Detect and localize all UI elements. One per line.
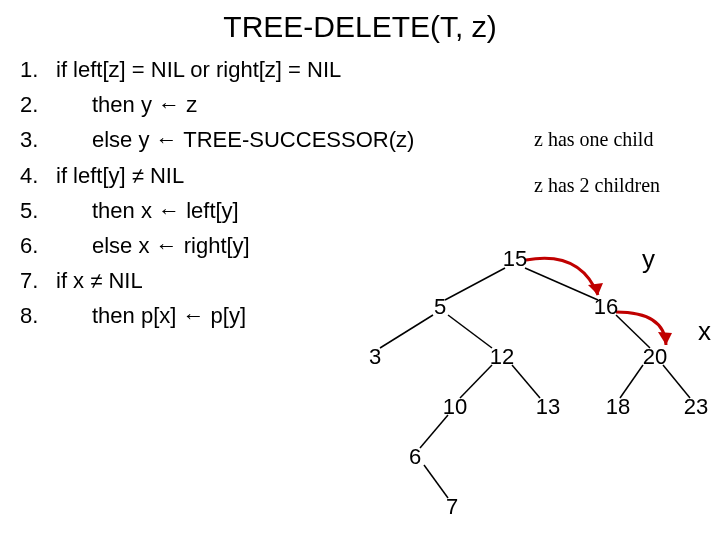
- node-16: 16: [594, 294, 618, 319]
- step-num: 5.: [20, 193, 56, 228]
- tree-diagram: 15 5 16 3 12 20 10 13 18 23 6 7 y x: [320, 240, 720, 540]
- node-7: 7: [446, 494, 458, 519]
- node-13: 13: [536, 394, 560, 419]
- step-1: 1.if left[z] = NIL or right[z] = NIL: [20, 52, 700, 87]
- step-num: 6.: [20, 228, 56, 263]
- step-text: then x ← left[y]: [56, 193, 700, 228]
- page-title: TREE-DELETE(T, z): [20, 10, 700, 44]
- node-12: 12: [490, 344, 514, 369]
- label-y: y: [642, 244, 655, 274]
- node-5: 5: [434, 294, 446, 319]
- step-num: 3.: [20, 122, 56, 157]
- node-18: 18: [606, 394, 630, 419]
- node-23: 23: [684, 394, 708, 419]
- step-5: 5.then x ← left[y]: [20, 193, 700, 228]
- step-text: then y ← z: [56, 87, 700, 122]
- svg-line-9: [420, 415, 448, 448]
- node-20: 20: [643, 344, 667, 369]
- svg-line-0: [445, 268, 505, 300]
- node-15: 15: [503, 246, 527, 271]
- svg-line-2: [380, 315, 433, 348]
- step-text: if left[z] = NIL or right[z] = NIL: [56, 52, 700, 87]
- annotation-one-child: z has one child: [534, 128, 653, 151]
- node-6: 6: [409, 444, 421, 469]
- step-num: 8.: [20, 298, 56, 333]
- svg-line-1: [525, 268, 598, 300]
- node-3: 3: [369, 344, 381, 369]
- label-x: x: [698, 316, 711, 346]
- svg-line-10: [424, 465, 448, 498]
- svg-line-3: [448, 315, 492, 348]
- node-10: 10: [443, 394, 467, 419]
- step-num: 2.: [20, 87, 56, 122]
- step-2: 2.then y ← z: [20, 87, 700, 122]
- step-num: 4.: [20, 158, 56, 193]
- step-num: 1.: [20, 52, 56, 87]
- annotation-two-child: z has 2 children: [534, 174, 660, 197]
- step-num: 7.: [20, 263, 56, 298]
